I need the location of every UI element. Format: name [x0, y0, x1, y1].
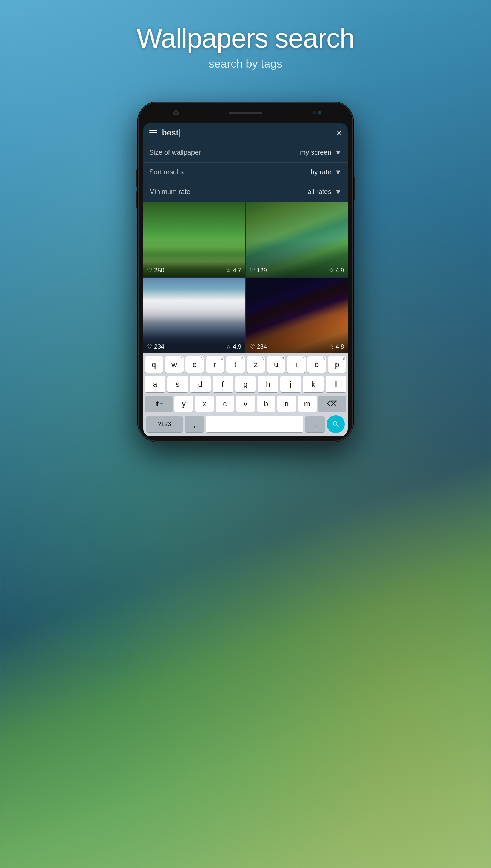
rating-group: ☆ 4.9	[226, 343, 241, 350]
phone-speaker	[229, 112, 262, 114]
backspace-key[interactable]: ⌫	[318, 396, 346, 412]
key-y[interactable]: y	[174, 396, 193, 412]
power-button	[354, 177, 355, 200]
camera-right	[318, 111, 321, 115]
wallpaper-item-galaxy[interactable]: ♡ 284 ☆ 4.8	[246, 278, 348, 353]
size-filter-row[interactable]: Size of wallpaper my screen ▼	[143, 143, 348, 162]
rating-value: 4.8	[336, 343, 344, 350]
image-overlay	[143, 278, 245, 353]
hamburger-line-3	[149, 135, 157, 135]
phone-screen: best × Size of wallpaper my screen ▼ Sor…	[143, 123, 348, 436]
key-i[interactable]: 8i	[287, 356, 306, 373]
image-stats-galaxy: ♡ 284 ☆ 4.8	[246, 343, 348, 350]
key-f[interactable]: f	[213, 376, 233, 392]
shift-key[interactable]: ⬆—	[145, 396, 173, 412]
likes-group: ♡ 250	[147, 267, 164, 274]
heart-icon: ♡	[250, 343, 255, 350]
heart-icon: ♡	[147, 343, 152, 350]
rate-filter-selected: all rates	[307, 188, 331, 196]
key-l[interactable]: l	[326, 376, 346, 392]
likes-count: 284	[257, 343, 267, 350]
star-icon: ☆	[329, 343, 334, 350]
likes-count: 129	[257, 267, 267, 274]
key-a[interactable]: a	[145, 376, 165, 392]
wallpaper-item-mountain[interactable]: ♡ 234 ☆ 4.9	[143, 278, 245, 353]
app-title: Wallpapers search	[0, 23, 491, 54]
likes-count: 250	[154, 267, 164, 274]
clear-search-button[interactable]: ×	[337, 128, 342, 138]
rate-filter-value[interactable]: all rates ▼	[307, 188, 342, 196]
key-k[interactable]: k	[303, 376, 324, 392]
key-x[interactable]: x	[195, 396, 213, 412]
key-g[interactable]: g	[235, 376, 256, 392]
search-input[interactable]: best	[162, 128, 179, 138]
sort-filter-selected: by rate	[310, 168, 331, 176]
hamburger-line-1	[149, 130, 157, 131]
app-subtitle: search by tags	[0, 57, 491, 70]
image-stats-meadow: ♡ 250 ☆ 4.7	[143, 267, 245, 274]
size-filter-label: Size of wallpaper	[149, 149, 201, 157]
key-v[interactable]: v	[236, 396, 255, 412]
wallpaper-item-meadow[interactable]: ♡ 250 ☆ 4.7	[143, 202, 245, 277]
rating-value: 4.9	[233, 343, 241, 350]
keyboard-row-1: 1q 2w 3e 4r 5t 6z	[145, 356, 346, 373]
key-t[interactable]: 5t	[226, 356, 245, 373]
key-h[interactable]: h	[258, 376, 278, 392]
key-m[interactable]: m	[298, 396, 317, 412]
menu-button[interactable]	[149, 130, 157, 135]
wallpaper-item-river[interactable]: ♡ 129 ☆ 4.9	[246, 202, 348, 277]
search-icon	[332, 420, 340, 428]
numbers-toggle-key[interactable]: ?123	[146, 416, 183, 432]
search-key[interactable]	[327, 415, 345, 433]
period-key[interactable]: .	[305, 416, 325, 432]
search-bar[interactable]: best	[162, 128, 332, 138]
key-q[interactable]: 1q	[145, 356, 163, 373]
phone-sensor	[313, 111, 316, 114]
size-filter-value[interactable]: my screen ▼	[300, 148, 342, 157]
likes-group: ♡ 234	[147, 343, 164, 350]
key-c[interactable]: c	[216, 396, 234, 412]
image-overlay	[143, 202, 245, 277]
header-section: Wallpapers search search by tags	[0, 23, 491, 70]
volume-up-button	[136, 170, 137, 187]
key-e[interactable]: 3e	[185, 356, 204, 373]
sort-filter-row[interactable]: Sort results by rate ▼	[143, 162, 348, 182]
keyboard-row-3: ⬆— y x c v b n m ⌫	[145, 396, 346, 412]
front-camera	[173, 110, 179, 115]
likes-group: ♡ 284	[250, 343, 267, 350]
rate-filter-row[interactable]: Minimum rate all rates ▼	[143, 182, 348, 202]
key-o[interactable]: 9o	[307, 356, 326, 373]
sort-filter-value[interactable]: by rate ▼	[310, 168, 342, 177]
size-filter-selected: my screen	[300, 149, 331, 157]
key-w[interactable]: 2w	[165, 356, 184, 373]
heart-icon: ♡	[250, 267, 255, 274]
likes-count: 234	[154, 343, 164, 350]
phone-wrapper: best × Size of wallpaper my screen ▼ Sor…	[138, 102, 353, 442]
sort-filter-label: Sort results	[149, 168, 184, 176]
key-p[interactable]: 0p	[328, 356, 346, 373]
rating-group: ☆ 4.9	[329, 267, 344, 274]
phone-body: best × Size of wallpaper my screen ▼ Sor…	[138, 102, 353, 442]
comma-key[interactable]: ,	[185, 416, 204, 432]
rating-group: ☆ 4.7	[226, 267, 241, 274]
key-u[interactable]: 7u	[267, 356, 285, 373]
image-stats-river: ♡ 129 ☆ 4.9	[246, 267, 348, 274]
rate-filter-label: Minimum rate	[149, 188, 190, 196]
key-j[interactable]: j	[280, 376, 301, 392]
key-d[interactable]: d	[190, 376, 211, 392]
key-b[interactable]: b	[257, 396, 275, 412]
keyboard-row-2: a s d f g h j k l	[145, 376, 346, 392]
hamburger-line-2	[149, 132, 157, 133]
size-dropdown-arrow: ▼	[334, 148, 342, 157]
key-s[interactable]: s	[167, 376, 188, 392]
space-key[interactable]	[206, 416, 303, 432]
wallpaper-grid: ♡ 250 ☆ 4.7 ♡ 129	[143, 202, 348, 353]
key-r[interactable]: 4r	[206, 356, 224, 373]
key-z[interactable]: 6z	[247, 356, 265, 373]
keyboard: 1q 2w 3e 4r 5t 6z	[143, 353, 348, 436]
sort-dropdown-arrow: ▼	[334, 168, 342, 177]
app-header: best ×	[143, 123, 348, 143]
volume-down-button	[136, 191, 137, 208]
star-icon: ☆	[329, 267, 334, 274]
key-n[interactable]: n	[277, 396, 296, 412]
